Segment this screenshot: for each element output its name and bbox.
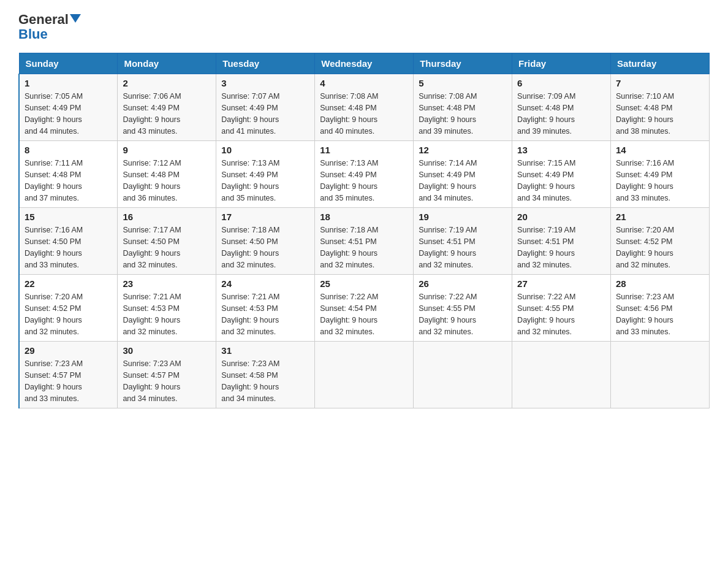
day-number: 6 xyxy=(517,78,605,88)
calendar-cell xyxy=(611,342,710,408)
day-number: 29 xyxy=(25,345,112,356)
day-number: 30 xyxy=(123,345,211,356)
calendar-cell: 30Sunrise: 7:23 AMSunset: 4:57 PMDayligh… xyxy=(118,342,216,408)
calendar-cell: 1Sunrise: 7:05 AMSunset: 4:49 PMDaylight… xyxy=(19,74,118,141)
day-info: Sunrise: 7:06 AMSunset: 4:49 PMDaylight:… xyxy=(123,91,211,137)
day-number: 7 xyxy=(616,78,704,88)
day-info: Sunrise: 7:13 AMSunset: 4:49 PMDaylight:… xyxy=(320,158,408,204)
day-info: Sunrise: 7:10 AMSunset: 4:48 PMDaylight:… xyxy=(616,91,704,137)
calendar-cell: 31Sunrise: 7:23 AMSunset: 4:58 PMDayligh… xyxy=(216,342,315,408)
calendar-cell: 13Sunrise: 7:15 AMSunset: 4:49 PMDayligh… xyxy=(512,141,611,208)
day-number: 1 xyxy=(25,78,112,88)
calendar-cell: 26Sunrise: 7:22 AMSunset: 4:55 PMDayligh… xyxy=(414,275,512,342)
page-header: General Blue xyxy=(18,12,710,42)
day-info: Sunrise: 7:07 AMSunset: 4:49 PMDaylight:… xyxy=(221,91,309,137)
day-info: Sunrise: 7:22 AMSunset: 4:54 PMDaylight:… xyxy=(320,291,408,337)
day-number: 14 xyxy=(616,145,704,155)
calendar-cell: 5Sunrise: 7:08 AMSunset: 4:48 PMDaylight… xyxy=(414,74,512,141)
day-number: 8 xyxy=(25,145,112,155)
day-info: Sunrise: 7:20 AMSunset: 4:52 PMDaylight:… xyxy=(616,224,704,270)
day-number: 19 xyxy=(419,212,507,222)
day-info: Sunrise: 7:08 AMSunset: 4:48 PMDaylight:… xyxy=(320,91,408,137)
day-info: Sunrise: 7:05 AMSunset: 4:49 PMDaylight:… xyxy=(25,91,112,137)
calendar-cell xyxy=(414,342,512,408)
day-number: 28 xyxy=(616,278,704,289)
day-number: 23 xyxy=(123,278,211,289)
logo-general-text: General xyxy=(18,12,69,27)
day-number: 16 xyxy=(123,212,211,222)
calendar-cell: 24Sunrise: 7:21 AMSunset: 4:53 PMDayligh… xyxy=(216,275,315,342)
day-number: 21 xyxy=(616,212,704,222)
calendar-week-row: 8Sunrise: 7:11 AMSunset: 4:48 PMDaylight… xyxy=(19,141,710,208)
day-info: Sunrise: 7:19 AMSunset: 4:51 PMDaylight:… xyxy=(517,224,605,270)
calendar-week-row: 1Sunrise: 7:05 AMSunset: 4:49 PMDaylight… xyxy=(19,74,710,141)
day-number: 3 xyxy=(221,78,309,88)
calendar-cell: 18Sunrise: 7:18 AMSunset: 4:51 PMDayligh… xyxy=(315,208,414,275)
calendar-cell: 11Sunrise: 7:13 AMSunset: 4:49 PMDayligh… xyxy=(315,141,414,208)
day-number: 22 xyxy=(25,278,112,289)
day-info: Sunrise: 7:20 AMSunset: 4:52 PMDaylight:… xyxy=(25,291,112,337)
day-info: Sunrise: 7:16 AMSunset: 4:50 PMDaylight:… xyxy=(25,224,112,270)
day-info: Sunrise: 7:15 AMSunset: 4:49 PMDaylight:… xyxy=(517,158,605,204)
day-info: Sunrise: 7:08 AMSunset: 4:48 PMDaylight:… xyxy=(419,91,507,137)
calendar-cell: 29Sunrise: 7:23 AMSunset: 4:57 PMDayligh… xyxy=(19,342,118,408)
calendar-cell xyxy=(512,342,611,408)
day-number: 25 xyxy=(320,278,408,289)
calendar-cell: 22Sunrise: 7:20 AMSunset: 4:52 PMDayligh… xyxy=(19,275,118,342)
calendar-week-row: 15Sunrise: 7:16 AMSunset: 4:50 PMDayligh… xyxy=(19,208,710,275)
day-number: 4 xyxy=(320,78,408,88)
day-info: Sunrise: 7:23 AMSunset: 4:56 PMDaylight:… xyxy=(616,291,704,337)
col-header-wednesday: Wednesday xyxy=(315,53,414,74)
logo-blue-text: Blue xyxy=(18,26,48,42)
calendar-cell: 14Sunrise: 7:16 AMSunset: 4:49 PMDayligh… xyxy=(611,141,710,208)
day-info: Sunrise: 7:18 AMSunset: 4:50 PMDaylight:… xyxy=(221,224,309,270)
calendar-cell: 8Sunrise: 7:11 AMSunset: 4:48 PMDaylight… xyxy=(19,141,118,208)
day-number: 5 xyxy=(419,78,507,88)
day-number: 10 xyxy=(221,145,309,155)
calendar-cell: 2Sunrise: 7:06 AMSunset: 4:49 PMDaylight… xyxy=(118,74,216,141)
day-info: Sunrise: 7:16 AMSunset: 4:49 PMDaylight:… xyxy=(616,158,704,204)
day-number: 17 xyxy=(221,212,309,222)
logo-triangle-icon xyxy=(70,14,81,23)
calendar-cell: 27Sunrise: 7:22 AMSunset: 4:55 PMDayligh… xyxy=(512,275,611,342)
calendar-cell: 25Sunrise: 7:22 AMSunset: 4:54 PMDayligh… xyxy=(315,275,414,342)
day-number: 15 xyxy=(25,212,112,222)
day-number: 11 xyxy=(320,145,408,155)
calendar-cell: 20Sunrise: 7:19 AMSunset: 4:51 PMDayligh… xyxy=(512,208,611,275)
calendar-week-row: 22Sunrise: 7:20 AMSunset: 4:52 PMDayligh… xyxy=(19,275,710,342)
day-info: Sunrise: 7:14 AMSunset: 4:49 PMDaylight:… xyxy=(419,158,507,204)
day-info: Sunrise: 7:19 AMSunset: 4:51 PMDaylight:… xyxy=(419,224,507,270)
day-info: Sunrise: 7:21 AMSunset: 4:53 PMDaylight:… xyxy=(221,291,309,337)
day-info: Sunrise: 7:17 AMSunset: 4:50 PMDaylight:… xyxy=(123,224,211,270)
day-info: Sunrise: 7:21 AMSunset: 4:53 PMDaylight:… xyxy=(123,291,211,337)
calendar-header-row: SundayMondayTuesdayWednesdayThursdayFrid… xyxy=(19,53,710,74)
day-number: 9 xyxy=(123,145,211,155)
calendar-cell: 15Sunrise: 7:16 AMSunset: 4:50 PMDayligh… xyxy=(19,208,118,275)
col-header-saturday: Saturday xyxy=(611,53,710,74)
day-info: Sunrise: 7:18 AMSunset: 4:51 PMDaylight:… xyxy=(320,224,408,270)
day-number: 27 xyxy=(517,278,605,289)
day-number: 12 xyxy=(419,145,507,155)
calendar-cell: 6Sunrise: 7:09 AMSunset: 4:48 PMDaylight… xyxy=(512,74,611,141)
day-info: Sunrise: 7:23 AMSunset: 4:57 PMDaylight:… xyxy=(123,358,211,404)
calendar-cell: 17Sunrise: 7:18 AMSunset: 4:50 PMDayligh… xyxy=(216,208,315,275)
day-number: 26 xyxy=(419,278,507,289)
day-info: Sunrise: 7:13 AMSunset: 4:49 PMDaylight:… xyxy=(221,158,309,204)
day-info: Sunrise: 7:22 AMSunset: 4:55 PMDaylight:… xyxy=(517,291,605,337)
calendar-table: SundayMondayTuesdayWednesdayThursdayFrid… xyxy=(18,53,710,408)
day-info: Sunrise: 7:12 AMSunset: 4:48 PMDaylight:… xyxy=(123,158,211,204)
day-number: 24 xyxy=(221,278,309,289)
calendar-cell: 3Sunrise: 7:07 AMSunset: 4:49 PMDaylight… xyxy=(216,74,315,141)
logo: General Blue xyxy=(18,12,81,42)
calendar-cell xyxy=(315,342,414,408)
calendar-cell: 12Sunrise: 7:14 AMSunset: 4:49 PMDayligh… xyxy=(414,141,512,208)
calendar-cell: 9Sunrise: 7:12 AMSunset: 4:48 PMDaylight… xyxy=(118,141,216,208)
day-info: Sunrise: 7:11 AMSunset: 4:48 PMDaylight:… xyxy=(25,158,112,204)
day-number: 31 xyxy=(221,345,309,356)
col-header-thursday: Thursday xyxy=(414,53,512,74)
calendar-cell: 19Sunrise: 7:19 AMSunset: 4:51 PMDayligh… xyxy=(414,208,512,275)
day-info: Sunrise: 7:23 AMSunset: 4:58 PMDaylight:… xyxy=(221,358,309,404)
day-info: Sunrise: 7:22 AMSunset: 4:55 PMDaylight:… xyxy=(419,291,507,337)
calendar-cell: 21Sunrise: 7:20 AMSunset: 4:52 PMDayligh… xyxy=(611,208,710,275)
col-header-tuesday: Tuesday xyxy=(216,53,315,74)
